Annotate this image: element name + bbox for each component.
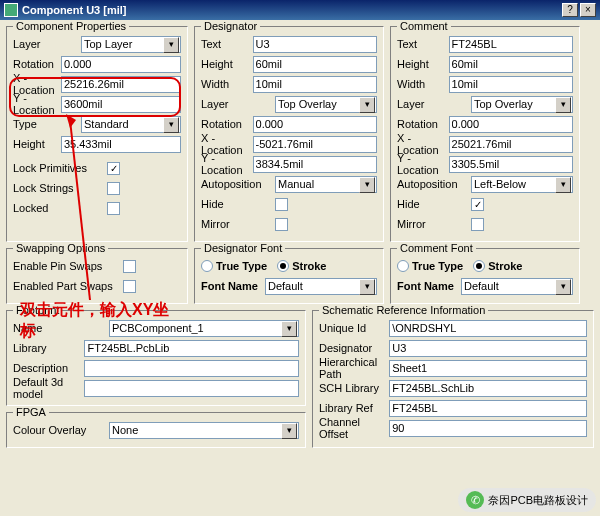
com-fontname-select[interactable]: Default: [461, 278, 573, 295]
schlib-input[interactable]: [389, 380, 587, 397]
rotation-input[interactable]: [61, 56, 181, 73]
width-label: Width: [201, 78, 253, 90]
rotation-label: Rotation: [13, 58, 61, 70]
type-label: Type: [13, 118, 81, 130]
type-select[interactable]: Standard: [81, 116, 181, 133]
layer-label: Layer: [397, 98, 471, 110]
com-layer-select[interactable]: Top Overlay: [471, 96, 573, 113]
comment-group: Comment Text Height Width LayerTop Overl…: [390, 26, 580, 242]
com-width-input[interactable]: [449, 76, 573, 93]
fp-default3d-input[interactable]: [84, 380, 299, 397]
des-width-input[interactable]: [253, 76, 377, 93]
autopos-label: Autoposition: [397, 178, 471, 190]
watermark: ✆ 奈因PCB电路板设计: [458, 488, 596, 512]
fp-library-input[interactable]: [84, 340, 299, 357]
comment-font-group: Comment Font True Type Stroke Font NameD…: [390, 248, 580, 304]
des-height-input[interactable]: [253, 56, 377, 73]
height-input[interactable]: [61, 136, 181, 153]
sr-designator-input[interactable]: [389, 340, 587, 357]
group-legend: Comment Font: [397, 242, 476, 254]
close-button[interactable]: ×: [580, 3, 596, 17]
com-rotation-input[interactable]: [449, 116, 573, 133]
hierpath-label: Hierarchical Path: [319, 356, 389, 380]
coloroverlay-label: Colour Overlay: [13, 424, 109, 436]
fontname-label: Font Name: [201, 280, 265, 292]
libref-input[interactable]: [389, 400, 587, 417]
yloc-label: Y - Location: [13, 92, 61, 116]
schref-group: Schematic Reference Information Unique I…: [312, 310, 594, 448]
window-title: Component U3 [mil]: [22, 4, 560, 16]
des-hide-checkbox[interactable]: [275, 198, 288, 211]
height-label: Height: [13, 138, 61, 150]
locked-label: Locked: [13, 202, 107, 214]
lockprims-label: Lock Primitives: [13, 162, 107, 174]
pinswap-label: Enable Pin Swaps: [13, 260, 123, 272]
com-mirror-checkbox[interactable]: [471, 218, 484, 231]
chanoff-label: Channel Offset: [319, 416, 389, 440]
hide-label: Hide: [397, 198, 471, 210]
com-autopos-select[interactable]: Left-Below: [471, 176, 573, 193]
text-label: Text: [397, 38, 449, 50]
group-legend: Designator: [201, 20, 260, 32]
com-text-input[interactable]: [449, 36, 573, 53]
xloc-input[interactable]: [61, 76, 181, 93]
des-layer-select[interactable]: Top Overlay: [275, 96, 377, 113]
com-yloc-input[interactable]: [449, 156, 573, 173]
lockprims-checkbox[interactable]: [107, 162, 120, 175]
yloc-label: Y - Location: [397, 152, 449, 176]
library-label: Library: [13, 342, 84, 354]
des-yloc-input[interactable]: [253, 156, 377, 173]
layer-label: Layer: [13, 38, 81, 50]
des-rotation-input[interactable]: [253, 116, 377, 133]
mirror-label: Mirror: [397, 218, 471, 230]
com-truetype-radio[interactable]: True Type: [397, 260, 463, 272]
rotation-label: Rotation: [201, 118, 253, 130]
height-label: Height: [201, 58, 253, 70]
group-legend: Designator Font: [201, 242, 285, 254]
group-legend: Comment: [397, 20, 451, 32]
component-properties-group: Component Properties LayerTop Layer Rota…: [6, 26, 188, 242]
layer-select[interactable]: Top Layer: [81, 36, 181, 53]
default3d-label: Default 3d model: [13, 376, 84, 400]
des-autopos-select[interactable]: Manual: [275, 176, 377, 193]
com-stroke-radio[interactable]: Stroke: [473, 260, 522, 272]
com-xloc-input[interactable]: [449, 136, 573, 153]
com-hide-checkbox[interactable]: [471, 198, 484, 211]
chanoff-input[interactable]: [389, 420, 587, 437]
fontname-label: Font Name: [397, 280, 461, 292]
group-legend: Swapping Options: [13, 242, 108, 254]
help-button[interactable]: ?: [562, 3, 578, 17]
app-icon: [4, 3, 18, 17]
des-xloc-input[interactable]: [253, 136, 377, 153]
lockstrings-label: Lock Strings: [13, 182, 107, 194]
pinswap-checkbox[interactable]: [123, 260, 136, 273]
des-fontname-select[interactable]: Default: [265, 278, 377, 295]
title-bar: Component U3 [mil] ? ×: [0, 0, 600, 20]
hide-label: Hide: [201, 198, 275, 210]
des-stroke-radio[interactable]: Stroke: [277, 260, 326, 272]
designator-label: Designator: [319, 342, 389, 354]
uniqueid-input[interactable]: [389, 320, 587, 337]
partswap-label: Enabled Part Swaps: [13, 280, 123, 292]
com-height-input[interactable]: [449, 56, 573, 73]
height-label: Height: [397, 58, 449, 70]
coloroverlay-select[interactable]: None: [109, 422, 299, 439]
locked-checkbox[interactable]: [107, 202, 120, 215]
yloc-input[interactable]: [61, 96, 181, 113]
des-mirror-checkbox[interactable]: [275, 218, 288, 231]
des-text-input[interactable]: [253, 36, 377, 53]
width-label: Width: [397, 78, 449, 90]
designator-font-group: Designator Font True Type Stroke Font Na…: [194, 248, 384, 304]
hierpath-input[interactable]: [389, 360, 587, 377]
text-label: Text: [201, 38, 253, 50]
des-truetype-radio[interactable]: True Type: [201, 260, 267, 272]
uniqueid-label: Unique Id: [319, 322, 389, 334]
layer-label: Layer: [201, 98, 275, 110]
partswap-checkbox[interactable]: [123, 280, 136, 293]
rotation-label: Rotation: [397, 118, 449, 130]
description-label: Description: [13, 362, 84, 374]
fp-description-input[interactable]: [84, 360, 299, 377]
lockstrings-checkbox[interactable]: [107, 182, 120, 195]
watermark-text: 奈因PCB电路板设计: [488, 493, 588, 508]
wechat-icon: ✆: [466, 491, 484, 509]
